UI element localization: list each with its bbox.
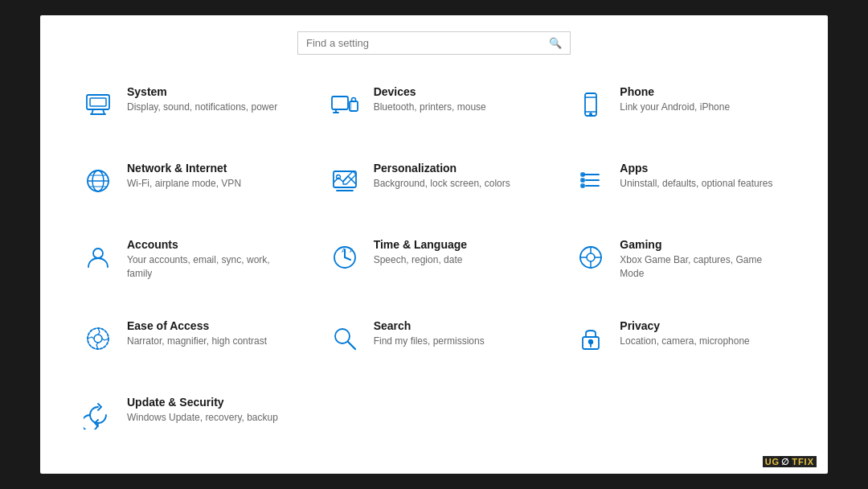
setting-text-network: Network & Internet Wi-Fi, airplane mode,… xyxy=(127,162,241,191)
setting-desc-ease: Narrator, magnifier, high contrast xyxy=(127,335,267,348)
setting-desc-time: Speech, region, date xyxy=(374,253,467,267)
network-icon xyxy=(80,163,116,199)
accounts-icon xyxy=(80,240,116,275)
setting-desc-privacy: Location, camera, microphone xyxy=(620,335,749,348)
setting-text-accounts: Accounts Your accounts, email, sync, wor… xyxy=(127,238,295,281)
svg-line-47 xyxy=(348,342,355,349)
setting-desc-gaming: Xbox Game Bar, captures, Game Mode xyxy=(620,253,788,281)
setting-title-ease: Ease of Access xyxy=(127,319,267,332)
update-icon xyxy=(80,397,116,433)
time-icon: AA xyxy=(327,240,362,275)
svg-point-44 xyxy=(88,328,108,349)
setting-desc-search: Find my files, permissions xyxy=(374,335,485,348)
setting-item-system[interactable]: System Display, sound, notifications, po… xyxy=(64,71,311,147)
setting-text-search: Search Find my files, permissions xyxy=(374,319,485,348)
setting-item-network[interactable]: Network & Internet Wi-Fi, airplane mode,… xyxy=(64,147,311,224)
setting-desc-network: Wi-Fi, airplane mode, VPN xyxy=(127,177,241,191)
apps-icon xyxy=(573,163,608,199)
search-icon: 🔍 xyxy=(549,37,562,49)
search-container: 🔍 xyxy=(297,31,571,55)
setting-title-accounts: Accounts xyxy=(127,238,295,251)
setting-text-privacy: Privacy Location, camera, microphone xyxy=(620,319,749,348)
svg-rect-11 xyxy=(585,93,596,116)
setting-text-phone: Phone Link your Android, iPhone xyxy=(620,85,730,114)
svg-text:A: A xyxy=(350,247,354,254)
setting-title-privacy: Privacy xyxy=(620,319,749,332)
setting-desc-update: Windows Update, recovery, backup xyxy=(127,411,278,425)
svg-point-32 xyxy=(93,249,103,258)
search-icon xyxy=(327,321,362,356)
setting-text-gaming: Gaming Xbox Game Bar, captures, Game Mod… xyxy=(620,238,788,281)
setting-title-apps: Apps xyxy=(620,162,772,175)
setting-item-phone[interactable]: Phone Link your Android, iPhone xyxy=(557,71,804,147)
setting-item-privacy[interactable]: Privacy Location, camera, microphone xyxy=(557,305,804,381)
devices-icon xyxy=(327,87,362,122)
ease-icon xyxy=(80,321,116,356)
setting-desc-system: Display, sound, notifications, power xyxy=(127,101,277,114)
setting-text-personalization: Personalization Background, lock screen,… xyxy=(374,162,510,191)
svg-text:A: A xyxy=(342,247,346,254)
setting-desc-devices: Bluetooth, printers, mouse xyxy=(374,101,486,114)
gaming-icon xyxy=(573,240,608,275)
setting-title-update: Update & Security xyxy=(127,396,278,409)
setting-item-ease[interactable]: Ease of Access Narrator, magnifier, high… xyxy=(64,305,311,381)
setting-title-time: Time & Language xyxy=(374,238,467,251)
setting-text-devices: Devices Bluetooth, printers, mouse xyxy=(374,85,486,114)
system-icon xyxy=(80,87,116,122)
svg-point-8 xyxy=(351,98,355,102)
setting-text-time: Time & Language Speech, region, date xyxy=(374,238,467,267)
svg-rect-4 xyxy=(90,98,106,106)
personalization-icon xyxy=(327,163,362,199)
setting-desc-personalization: Background, lock screen, colors xyxy=(374,177,510,191)
search-input[interactable] xyxy=(306,37,549,49)
setting-item-accounts[interactable]: Accounts Your accounts, email, sync, wor… xyxy=(64,224,311,305)
setting-title-personalization: Personalization xyxy=(374,162,510,175)
svg-point-14 xyxy=(590,113,592,115)
setting-desc-phone: Link your Android, iPhone xyxy=(620,101,730,114)
phone-icon xyxy=(573,87,608,122)
setting-title-system: System xyxy=(127,85,277,98)
watermark: UG∅TFIX xyxy=(763,457,817,467)
svg-rect-5 xyxy=(332,97,348,109)
search-bar[interactable]: 🔍 xyxy=(297,31,571,55)
setting-title-search: Search xyxy=(374,319,485,332)
setting-item-update[interactable]: Update & Security Windows Update, recove… xyxy=(64,381,311,458)
setting-item-personalization[interactable]: Personalization Background, lock screen,… xyxy=(311,147,558,224)
setting-desc-accounts: Your accounts, email, sync, work, family xyxy=(127,253,295,281)
settings-grid: System Display, sound, notifications, po… xyxy=(64,71,804,458)
setting-text-update: Update & Security Windows Update, recove… xyxy=(127,396,278,425)
setting-title-network: Network & Internet xyxy=(127,162,241,175)
setting-item-apps[interactable]: Apps Uninstall, defaults, optional featu… xyxy=(557,147,804,224)
setting-title-devices: Devices xyxy=(374,85,486,98)
setting-item-gaming[interactable]: Gaming Xbox Game Bar, captures, Game Mod… xyxy=(557,224,804,305)
svg-line-35 xyxy=(345,257,350,260)
setting-item-search[interactable]: Search Find my files, permissions xyxy=(311,305,558,381)
settings-window: 🔍 System Display, sound, notifications, … xyxy=(40,15,828,474)
setting-item-devices[interactable]: Devices Bluetooth, printers, mouse xyxy=(311,71,558,147)
setting-item-time[interactable]: AA Time & Language Speech, region, date xyxy=(311,224,558,305)
svg-point-45 xyxy=(94,335,102,343)
privacy-icon xyxy=(573,321,608,356)
setting-text-ease: Ease of Access Narrator, magnifier, high… xyxy=(127,319,267,348)
setting-text-apps: Apps Uninstall, defaults, optional featu… xyxy=(620,162,772,191)
setting-text-system: System Display, sound, notifications, po… xyxy=(127,85,277,114)
svg-rect-6 xyxy=(350,101,358,111)
setting-desc-apps: Uninstall, defaults, optional features xyxy=(620,177,772,191)
setting-title-gaming: Gaming xyxy=(620,238,788,251)
setting-title-phone: Phone xyxy=(620,85,730,98)
svg-point-39 xyxy=(587,253,595,261)
